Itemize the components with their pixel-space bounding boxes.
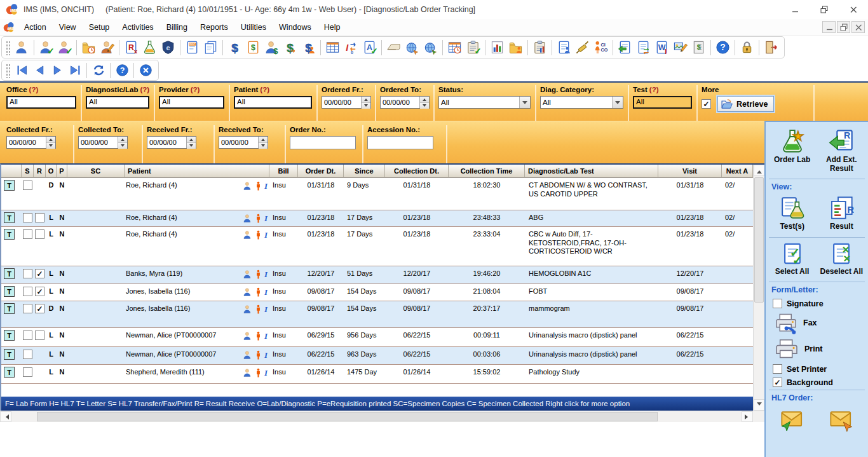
spin-up-button[interactable] [259, 137, 268, 143]
toolbar-grip[interactable] [5, 40, 10, 55]
s-checkbox[interactable] [23, 350, 32, 359]
route-document-icon[interactable] [616, 39, 634, 56]
restore-button[interactable] [810, 0, 839, 19]
column-header-visit[interactable]: Visit [658, 165, 722, 178]
ordered-fr-date-input[interactable]: 00/00/00 [322, 96, 371, 109]
r-checkbox[interactable] [35, 331, 44, 340]
s-checkbox[interactable] [23, 269, 32, 278]
spin-down-button[interactable] [420, 103, 429, 109]
date-value[interactable]: 00/00/00 [322, 97, 361, 108]
column-header-ind[interactable] [1, 165, 22, 178]
open-chart-folder-icon[interactable] [80, 39, 97, 56]
patient-avatar-icon[interactable] [243, 368, 252, 378]
menu-item-billing[interactable]: Billing [160, 20, 194, 34]
document-exchange-icon[interactable] [635, 39, 652, 56]
date-value[interactable]: 00/00/00 [7, 137, 46, 148]
table-row[interactable]: TLNShepherd, Meredith (111)IInsu01/26/14… [1, 365, 753, 384]
letter-toggle-button[interactable]: T [4, 229, 15, 240]
date-spinner[interactable] [361, 97, 370, 108]
column-header-coll_dt[interactable]: Collection Dt. [385, 165, 449, 178]
clipboard-chart-icon[interactable] [531, 39, 548, 56]
scroll-down-button[interactable] [754, 399, 764, 411]
image-editor-icon[interactable] [672, 39, 689, 56]
first-record-button[interactable] [13, 62, 31, 78]
spin-up-button[interactable] [362, 97, 370, 103]
scanner-icon[interactable] [385, 39, 402, 56]
diag-category-select[interactable]: All [540, 96, 623, 109]
date-value[interactable]: 00/00/00 [381, 97, 419, 108]
dropdown-button[interactable] [612, 97, 623, 108]
column-header-order_dt[interactable]: Order Dt. [298, 165, 344, 178]
refresh-button[interactable] [90, 62, 107, 78]
copy-documents-icon[interactable] [202, 39, 219, 56]
toolbar-grip[interactable] [5, 63, 10, 78]
patient-avatar-icon[interactable] [243, 230, 252, 240]
menu-item-activities[interactable]: Activities [116, 20, 159, 34]
patient-avatar-icon[interactable] [243, 304, 252, 314]
eligibility-person-icon[interactable] [254, 331, 262, 341]
set-printer-checkbox[interactable] [773, 364, 782, 374]
patient-lookup-icon[interactable]: ✓ [37, 39, 55, 56]
column-header-r[interactable]: R [34, 165, 46, 178]
vertical-scroll-thumb[interactable] [754, 177, 764, 303]
accession-no-input[interactable] [367, 136, 433, 149]
received-to-date-input[interactable]: 00/00/00 [219, 136, 268, 149]
patient-avatar-icon[interactable] [243, 269, 252, 279]
letter-toggle-button[interactable]: T [4, 349, 15, 360]
eligibility-person-icon[interactable] [254, 350, 262, 360]
prescription-rx-icon[interactable]: Rx [123, 39, 140, 56]
help-icon[interactable]: ? [714, 39, 731, 56]
scroll-left-button[interactable] [0, 411, 11, 422]
check-in-out-person-icon[interactable]: CICO [592, 39, 609, 56]
column-header-since[interactable]: Since [344, 165, 385, 178]
eligibility-person-icon[interactable] [254, 181, 262, 191]
view-result-button[interactable]: RResult [817, 195, 865, 231]
letter-toggle-button[interactable]: T [4, 303, 15, 314]
column-header-test[interactable]: Diagnostic/Lab Test [525, 165, 658, 178]
column-header-patient[interactable]: Patient [125, 165, 269, 178]
date-value[interactable]: 00/00/00 [79, 137, 118, 148]
exit-icon[interactable] [763, 39, 780, 56]
s-checkbox[interactable] [23, 181, 32, 190]
deselect-all-button[interactable]: ××Deselect All [817, 242, 865, 276]
spin-up-button[interactable] [187, 137, 196, 143]
word-export-icon[interactable]: WI [653, 39, 670, 56]
scroll-up-button[interactable] [754, 165, 764, 176]
eligibility-person-icon[interactable] [254, 368, 262, 378]
close-button[interactable] [137, 62, 154, 78]
help-indicator[interactable]: (?) [260, 86, 269, 93]
received-fr-date-input[interactable]: 00/00/00 [147, 136, 196, 149]
view-tests-button[interactable]: Test(s) [768, 195, 817, 231]
table-row[interactable]: T✓DNJones, Isabella (116)IInsu09/08/1715… [1, 301, 753, 328]
provider-document-icon[interactable] [555, 39, 573, 56]
mdi-close-button[interactable] [851, 21, 865, 33]
table-row[interactable]: TLNRoe, Richard (4)IInsu01/23/1817 Days0… [1, 227, 753, 266]
patient-folder-icon[interactable] [507, 39, 524, 56]
table-row[interactable]: T✓LNBanks, Myra (119)IInsu12/20/1751 Day… [1, 266, 753, 284]
eligibility-person-icon[interactable] [254, 287, 262, 297]
horizontal-scroll-track[interactable] [11, 411, 742, 422]
order-lab-button[interactable]: ★Order Lab [768, 128, 817, 173]
table-row[interactable]: T✓LNJones, Isabella (116)IInsu09/08/1715… [1, 284, 753, 301]
ordered-to-date-input[interactable]: 00/00/00 [380, 96, 430, 109]
lock-icon[interactable] [738, 39, 756, 56]
patient-avatar-icon[interactable] [243, 331, 252, 341]
retrieve-button[interactable]: Retrieve [717, 96, 774, 112]
r-checkbox[interactable]: ✓ [35, 287, 44, 296]
table-row[interactable]: TLNRoe, Richard (4)IInsu01/23/1817 Days0… [1, 210, 753, 227]
date-spinner[interactable] [186, 137, 196, 148]
s-checkbox[interactable] [23, 287, 32, 296]
menu-item-action[interactable]: Action [18, 20, 53, 34]
date-spinner[interactable] [258, 137, 268, 148]
date-value[interactable]: 00/00/00 [219, 137, 258, 148]
hl7-send-button[interactable] [817, 406, 865, 432]
help-indicator[interactable]: (?) [649, 86, 659, 93]
menu-item-utilities[interactable]: Utilities [234, 20, 273, 34]
authorization-doc-icon[interactable]: A✓ [361, 39, 378, 56]
status-select[interactable]: All [438, 96, 531, 109]
menu-item-windows[interactable]: Windows [273, 20, 318, 34]
vertical-scroll-track[interactable] [754, 176, 764, 399]
send-online-icon[interactable] [403, 39, 421, 56]
statement-icon[interactable]: $ [690, 39, 707, 56]
letter-toggle-button[interactable]: T [4, 180, 15, 191]
